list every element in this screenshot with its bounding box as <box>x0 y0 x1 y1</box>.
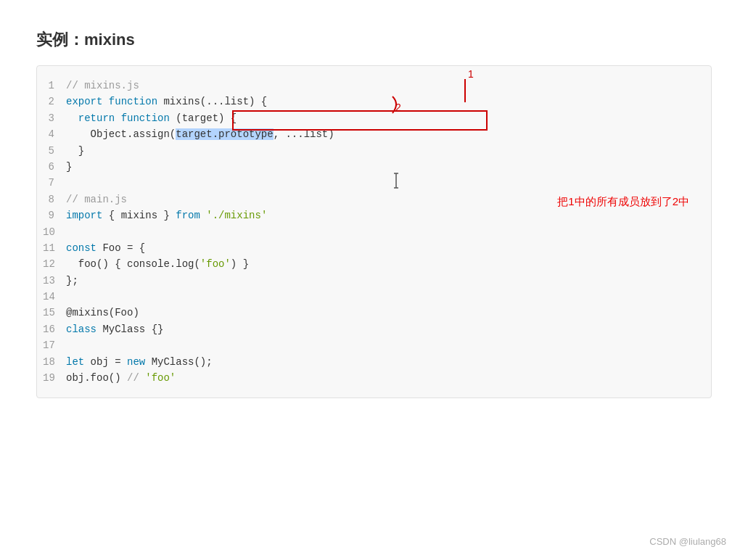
code-line-9: 9 import { mixins } from './mixins' <box>37 207 711 223</box>
line-code: import { mixins } from './mixins' <box>66 207 711 223</box>
line-code <box>66 337 711 353</box>
line-code: } <box>66 159 711 175</box>
code-line-12: 12 foo() { console.log('foo') } <box>37 256 711 272</box>
code-line-4: 4 Object.assign(target.prototype, ...lis… <box>37 126 711 142</box>
line-code <box>66 175 711 191</box>
line-code: const Foo = { <box>66 240 711 256</box>
code-line-15: 15 @mixins(Foo) <box>37 305 711 321</box>
code-line-6: 6 } <box>37 159 711 175</box>
code-line-16: 16 class MyClass {} <box>37 321 711 337</box>
line-code: // mixins.js <box>66 78 711 94</box>
line-code: obj.foo() // 'foo' <box>66 370 711 386</box>
line-code <box>66 224 711 240</box>
line-number: 1 <box>37 78 66 94</box>
line-number: 7 <box>37 175 66 191</box>
code-line-1: 1 // mixins.js <box>37 78 711 94</box>
watermark: CSDN @liulang68 <box>649 536 726 547</box>
code-line-14: 14 <box>37 289 711 305</box>
line-number: 5 <box>37 143 66 159</box>
chinese-annotation: 把1中的所有成员放到了2中 <box>557 195 689 209</box>
code-line-5: 5 } <box>37 143 711 159</box>
line-code: class MyClass {} <box>66 321 711 337</box>
line-number: 9 <box>37 207 66 223</box>
code-line-3: 3 return function (target) { <box>37 110 711 126</box>
line-code: export function mixins(...list) { <box>66 94 711 110</box>
line-number: 19 <box>37 370 66 386</box>
line-code: foo() { console.log('foo') } <box>66 256 711 272</box>
line-number: 18 <box>37 354 66 370</box>
line-number: 11 <box>37 240 66 256</box>
line-code: } <box>66 143 711 159</box>
line-number: 6 <box>37 159 66 175</box>
line-code: }; <box>66 273 711 289</box>
line-code: return function (target) { <box>66 110 711 126</box>
line-number: 3 <box>37 110 66 126</box>
page-title: 实例：mixins <box>36 29 712 51</box>
code-line-7: 7 <box>37 175 711 191</box>
page-container: 实例：mixins 1 // mixins.js 2 export functi… <box>0 0 748 420</box>
line-number: 10 <box>37 224 66 240</box>
code-line-13: 13 }; <box>37 273 711 289</box>
line-number: 2 <box>37 94 66 110</box>
code-line-19: 19 obj.foo() // 'foo' <box>37 370 711 386</box>
code-line-17: 17 <box>37 337 711 353</box>
line-code: let obj = new MyClass(); <box>66 354 711 370</box>
line-number: 13 <box>37 273 66 289</box>
code-block: 1 // mixins.js 2 export function mixins(… <box>36 65 712 398</box>
line-number: 4 <box>37 126 66 142</box>
line-number: 15 <box>37 305 66 321</box>
code-line-18: 18 let obj = new MyClass(); <box>37 354 711 370</box>
highlighted-text: target.prototype <box>176 128 273 140</box>
line-number: 8 <box>37 192 66 207</box>
line-number: 17 <box>37 337 66 353</box>
line-code <box>66 289 711 305</box>
line-number: 12 <box>37 256 66 272</box>
code-line-2: 2 export function mixins(...list) { <box>37 94 711 110</box>
line-code: Object.assign(target.prototype, ...list) <box>66 126 711 142</box>
line-number: 16 <box>37 321 66 337</box>
line-number: 14 <box>37 289 66 305</box>
code-line-11: 11 const Foo = { <box>37 240 711 256</box>
code-line-10: 10 <box>37 224 711 240</box>
line-code: @mixins(Foo) <box>66 305 711 321</box>
code-table: 1 // mixins.js 2 export function mixins(… <box>37 78 711 386</box>
